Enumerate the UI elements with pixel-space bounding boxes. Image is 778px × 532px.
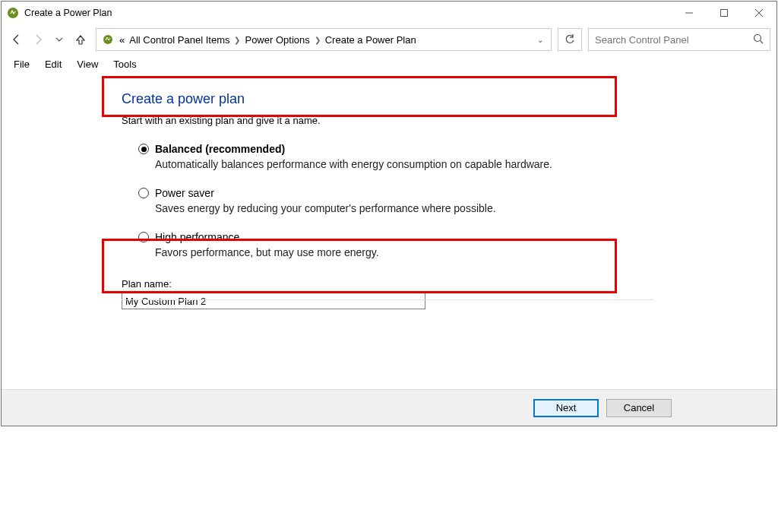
plan-name: Balanced (recommended): [155, 143, 285, 155]
footer: Next Cancel: [2, 389, 776, 426]
divider: [122, 299, 653, 300]
forward-button[interactable]: [29, 30, 47, 49]
plan-name-label: Plan name:: [122, 278, 776, 290]
window-title: Create a Power Plan: [24, 8, 112, 18]
page-subheading: Start with an existing plan and give it …: [122, 115, 776, 126]
menu-tools[interactable]: Tools: [106, 57, 144, 71]
cancel-button[interactable]: Cancel: [606, 399, 672, 417]
breadcrumb-prefix: «: [119, 34, 125, 46]
plan-name-input[interactable]: [122, 293, 425, 309]
maximize-button[interactable]: [707, 2, 742, 24]
plan-name: High performance: [155, 231, 239, 243]
window: Create a Power Plan: [1, 1, 777, 426]
plan-options: Balanced (recommended) Automatically bal…: [138, 143, 776, 258]
chevron-right-icon: ❯: [234, 36, 240, 44]
titlebar: Create a Power Plan: [2, 2, 776, 24]
menu-bar: File Edit View Tools: [2, 55, 776, 73]
chevron-down-icon[interactable]: ⌄: [537, 36, 546, 44]
menu-edit[interactable]: Edit: [37, 57, 69, 71]
next-button[interactable]: Next: [533, 399, 599, 417]
breadcrumb-item[interactable]: Create a Power Plan: [325, 34, 416, 46]
plan-description: Automatically balances performance with …: [155, 158, 776, 170]
back-button[interactable]: [8, 30, 26, 49]
search-input[interactable]: [595, 34, 753, 46]
menu-file[interactable]: File: [6, 57, 37, 71]
radio-unselected-icon[interactable]: [138, 232, 149, 242]
svg-rect-2: [721, 10, 728, 17]
power-options-icon: [6, 6, 20, 20]
menu-view[interactable]: View: [69, 57, 106, 71]
plan-name: Power saver: [155, 187, 214, 199]
up-button[interactable]: [71, 30, 90, 49]
close-button[interactable]: [742, 2, 776, 24]
refresh-button[interactable]: [558, 28, 582, 51]
plan-option-power-saver[interactable]: Power saver Saves energy by reducing you…: [138, 187, 776, 214]
recent-locations-dropdown[interactable]: [50, 30, 68, 49]
plan-description: Favors performance, but may use more ene…: [155, 246, 776, 258]
search-icon[interactable]: [753, 33, 764, 46]
radio-unselected-icon[interactable]: [138, 188, 149, 198]
page-heading: Create a power plan: [122, 91, 776, 107]
content-area: Create a power plan Start with an existi…: [2, 73, 776, 389]
svg-line-7: [761, 40, 764, 43]
address-bar-row: « All Control Panel Items ❯ Power Option…: [2, 24, 776, 55]
plan-description: Saves energy by reducing your computer's…: [155, 202, 776, 214]
minimize-button[interactable]: [672, 2, 707, 24]
plan-option-balanced[interactable]: Balanced (recommended) Automatically bal…: [138, 143, 776, 170]
plan-option-high-performance[interactable]: High performance Favors performance, but…: [138, 231, 776, 258]
svg-point-6: [754, 34, 761, 41]
radio-selected-icon[interactable]: [138, 144, 149, 154]
breadcrumb[interactable]: « All Control Panel Items ❯ Power Option…: [96, 28, 552, 51]
breadcrumb-item[interactable]: All Control Panel Items: [129, 34, 229, 46]
breadcrumb-item[interactable]: Power Options: [245, 34, 309, 46]
power-options-icon: [101, 33, 115, 46]
search-box[interactable]: [588, 28, 770, 51]
chevron-right-icon: ❯: [315, 36, 321, 44]
